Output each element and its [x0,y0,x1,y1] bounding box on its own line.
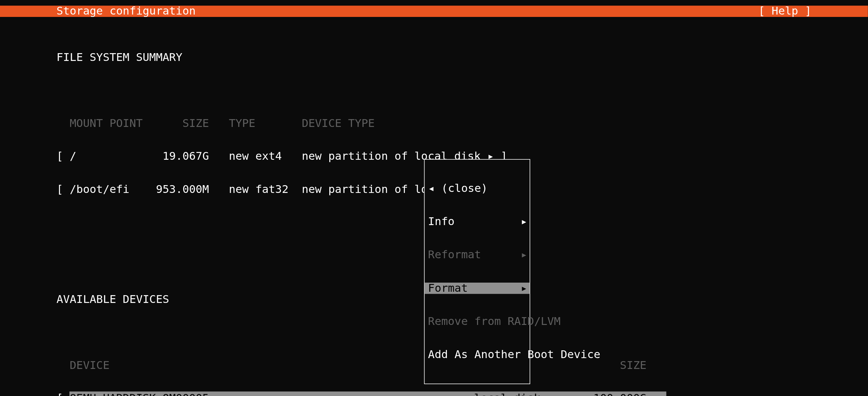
menu-info[interactable]: Info [425,216,530,227]
avail-row[interactable]: [ QEMU_HARDDISK_QM00005 local disk 100.0… [57,393,811,396]
menu-reformat: Reformat [425,249,530,261]
menu-format[interactable]: Format [425,283,530,294]
page-title: Storage configuration [57,6,196,17]
main-content: FILE SYSTEM SUMMARY MOUNT POINT SIZE TYP… [57,19,811,396]
section-fss-title: FILE SYSTEM SUMMARY [57,52,811,63]
help-button[interactable]: [ Help ] [758,6,811,17]
context-menu: (close) Info Reformat Format Remove from… [424,159,530,384]
chevron-right-icon [521,249,528,261]
chevron-right-icon [521,216,528,227]
menu-close[interactable]: (close) [425,183,530,194]
menu-add-boot-device[interactable]: Add As Another Boot Device [425,349,530,360]
avail-row-selected[interactable]: QEMU_HARDDISK_QM00005 local disk 100.000… [70,392,666,396]
menu-remove-raid-lvm: Remove from RAID/LVM [425,316,530,327]
chevron-right-icon [521,283,528,294]
fss-headers: MOUNT POINT SIZE TYPE DEVICE TYPE [57,118,811,129]
header-bar: Storage configuration [ Help ] [0,6,868,17]
